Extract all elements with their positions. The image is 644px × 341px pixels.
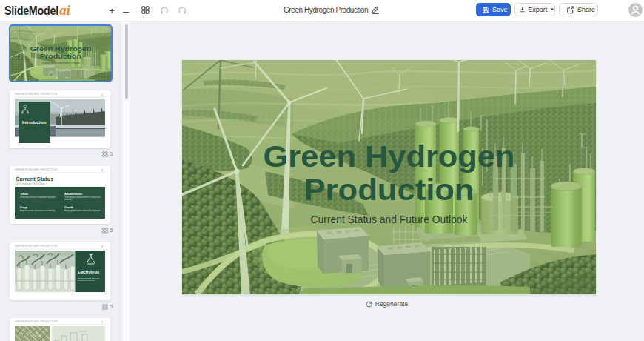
svg-text:5: 5: [101, 320, 104, 324]
svg-text:hydrogen and oxygen.: hydrogen and oxygen.: [78, 279, 95, 282]
svg-text:Green Hydrogen: Green Hydrogen: [264, 139, 515, 173]
svg-text:Introduction: Introduction: [22, 120, 47, 125]
svg-text:Current Status: Current Status: [16, 176, 53, 182]
svg-text:Rising global market demand fo: Rising global market demand for hydrogen…: [64, 209, 101, 212]
svg-text:GREEN HYDROGEN PRODUCTION: GREEN HYDROGEN PRODUCTION: [15, 93, 57, 96]
svg-text:GREEN HYDROGEN PRODUCTION: GREEN HYDROGEN PRODUCTION: [15, 320, 57, 323]
svg-text:Electrolysis: Electrolysis: [78, 270, 99, 274]
svg-text:renewable energy sources.: renewable energy sources.: [22, 129, 44, 131]
svg-text:Usage: Usage: [20, 206, 27, 209]
svg-text:GREEN HYDROGEN PRODUCTION: GREEN HYDROGEN PRODUCTION: [15, 168, 57, 171]
svg-text:methods.: methods.: [64, 198, 73, 201]
svg-text:3: 3: [101, 168, 104, 172]
svg-text:Advancements: Advancements: [64, 193, 82, 196]
svg-text:4: 4: [101, 245, 104, 248]
svg-text:Growth: Growth: [64, 206, 73, 209]
svg-text:GREEN HYDROGEN PRODUCTION: GREEN HYDROGEN PRODUCTION: [15, 245, 57, 248]
svg-text:Production: Production: [304, 173, 474, 207]
svg-text:Green Hydrogen Technologies: Green Hydrogen Technologies: [16, 182, 46, 185]
svg-text:2: 2: [101, 93, 104, 96]
svg-text:Current Status and Future Outl: Current Status and Future Outlook: [311, 213, 468, 225]
svg-text:Increasing interest in renewab: Increasing interest in renewable hydroge…: [20, 196, 56, 199]
svg-text:Trends: Trends: [20, 193, 28, 196]
svg-text:Applied to power generation an: Applied to power generation and industry…: [20, 209, 56, 212]
